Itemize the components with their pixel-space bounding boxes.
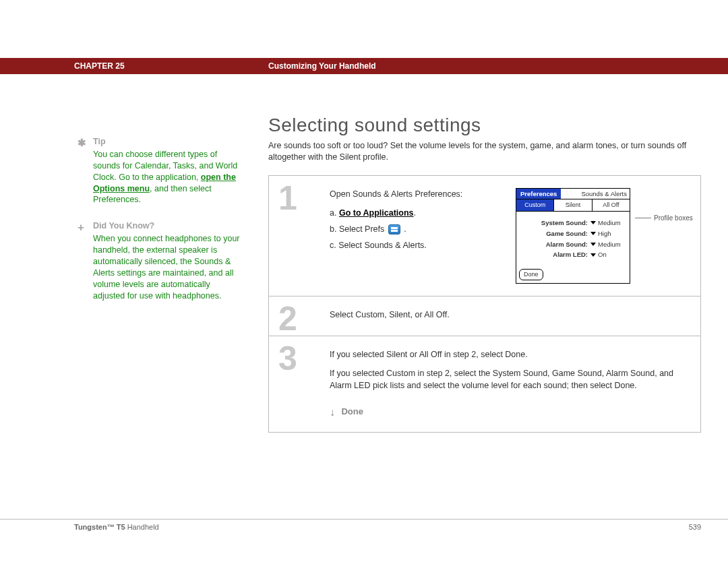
asterisk-icon: ✱ (78, 136, 86, 150)
chapter-header: CHAPTER 25 Customizing Your Handheld (0, 58, 728, 74)
step-number: 2 (269, 296, 330, 336)
sidebar: ✱ Tip You can choose different types of … (74, 136, 243, 316)
step3-p1: If you selected Silent or All Off in ste… (330, 348, 690, 361)
step-row-3: 3 If you selected Silent or All Off in s… (269, 336, 700, 432)
row-val: Medium (598, 218, 621, 228)
profile-tabs: Custom Silent All Off (516, 199, 630, 212)
mini-rows: System Sound:Medium Game Sound:High Alar… (516, 212, 630, 265)
step-2-body: Select Custom, Silent, or All Off. (330, 296, 700, 336)
step1-b-prefix: b. Select Prefs (330, 224, 387, 234)
row-val: On (598, 250, 607, 259)
page-title: Selecting sound settings (268, 115, 481, 136)
plus-icon: + (78, 220, 84, 236)
done-row: ↓ Done (330, 399, 690, 420)
steps-table: 1 Open Sounds & Alerts Preferences: a. G… (268, 175, 701, 433)
step2-text: Select Custom, Silent, or All Off. (330, 309, 690, 321)
step-number: 3 (269, 336, 330, 432)
tip-block: ✱ Tip You can choose different types of … (74, 136, 243, 206)
step1-a: a. Go to Applications. (330, 207, 491, 219)
product-rest: Handheld (125, 523, 159, 531)
mini-title-right: Sounds & Alerts (581, 189, 630, 199)
preferences-screenshot: Preferences Sounds & Alerts Custom Silen… (516, 188, 630, 284)
prefs-app-icon (388, 224, 400, 235)
tab-silent[interactable]: Silent (554, 199, 592, 211)
dyk-body: When you connect headphones to your hand… (93, 233, 243, 301)
tip-body: You can choose different types of sounds… (93, 149, 243, 206)
page-footer: Tungsten™ T5 Handheld 539 (0, 519, 728, 531)
row-key: Alarm Sound: (528, 240, 588, 249)
down-arrow-icon: ↓ (330, 406, 335, 418)
row-val: Medium (598, 240, 621, 249)
row-key: System Sound: (528, 218, 588, 228)
tab-all-off[interactable]: All Off (593, 199, 630, 211)
intro-text: Are sounds too soft or too loud? Set the… (268, 140, 700, 163)
tip-label: Tip (93, 136, 243, 148)
chevron-down-icon (590, 232, 596, 235)
chapter-title: Customizing Your Handheld (268, 61, 376, 71)
step1-lead: Open Sounds & Alerts Preferences: (330, 188, 491, 200)
mini-done-button[interactable]: Done (519, 269, 543, 280)
profile-boxes-callout: Profile boxes (635, 214, 696, 224)
step3-p2: If you selected Custom in step 2, select… (330, 367, 690, 392)
chapter-label: CHAPTER 25 (74, 61, 125, 71)
step1-a-suffix: . (414, 208, 416, 218)
alarm-sound-picklist[interactable]: Medium (590, 240, 626, 249)
step1-a-prefix: a. (330, 208, 339, 218)
product-name: Tungsten™ T5 Handheld (74, 523, 159, 531)
mini-titlebar: Preferences Sounds & Alerts (516, 189, 630, 199)
step-3-body: If you selected Silent or All Off in ste… (330, 336, 700, 432)
did-you-know-block: + Did You Know? When you connect headpho… (74, 220, 243, 301)
dyk-label: Did You Know? (93, 220, 243, 232)
row-val: High (598, 229, 611, 239)
step-row-2: 2 Select Custom, Silent, or All Off. (269, 296, 700, 336)
mini-title-left: Preferences (516, 189, 561, 199)
step-number: 1 (269, 176, 330, 296)
step-row-1: 1 Open Sounds & Alerts Preferences: a. G… (269, 176, 700, 296)
step-1-body: Open Sounds & Alerts Preferences: a. Go … (330, 176, 700, 296)
product-bold: Tungsten™ T5 (74, 523, 125, 531)
go-to-applications-link[interactable]: Go to Applications (339, 208, 414, 218)
system-sound-picklist[interactable]: Medium (590, 218, 626, 228)
row-key: Game Sound: (528, 229, 588, 239)
step1-b-suffix: . (402, 224, 406, 234)
page-number: 539 (689, 523, 701, 531)
step1-b: b. Select Prefs . (330, 223, 491, 235)
game-sound-picklist[interactable]: High (590, 229, 626, 239)
done-label: Done (341, 406, 363, 416)
step1-c: c. Select Sounds & Alerts. (330, 239, 491, 251)
chevron-down-icon (590, 253, 596, 257)
alarm-led-picklist[interactable]: On (590, 250, 626, 259)
chevron-down-icon (590, 243, 596, 246)
row-key: Alarm LED: (528, 250, 588, 259)
tab-custom[interactable]: Custom (516, 199, 554, 211)
chevron-down-icon (590, 221, 596, 224)
